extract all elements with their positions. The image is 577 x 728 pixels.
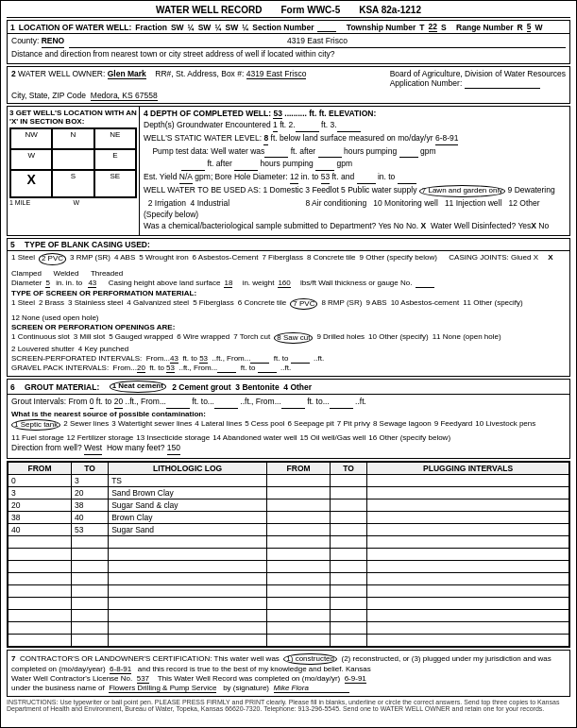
litho-cell-plug [367, 549, 569, 561]
grout-intervals-row: Grout Intervals: From 0 ft. to 20 ..ft.,… [11, 397, 566, 409]
circled-casing-pvc: 2 PVC [39, 253, 66, 264]
bore-to3 [398, 172, 416, 184]
cont-sewage: 8 Sewage lagoon [373, 419, 432, 431]
table-row [8, 536, 569, 549]
instructions: INSTRUCTIONS: Use typewriter or ball poi… [7, 699, 570, 712]
t-label: T [419, 23, 424, 32]
open-cont: 1 Continuous slot [11, 332, 70, 344]
litho-cell-to [72, 598, 109, 610]
table-row [8, 622, 569, 635]
litho-cell-log [109, 549, 267, 561]
section-7: 7 CONTRACTOR'S OR LANDOWNER'S CERTIFICAT… [7, 650, 570, 697]
litho-cell-pfrom [267, 561, 331, 573]
gw-row: Depth(s) Groundwater Encountered 1 ft. 2… [144, 120, 566, 132]
screen-steel: 1 Steel [11, 298, 35, 310]
casing-height: 18 [224, 279, 232, 288]
grout-to2 [214, 397, 238, 409]
r-num: 5 [527, 22, 532, 32]
intervals-row: SCREEN-PERFORATED INTERVALS: From...43 f… [11, 354, 566, 364]
litho-cell-log [109, 598, 267, 610]
litho-cell-to [72, 536, 109, 549]
litho-cell-plug [367, 512, 569, 524]
litho-cell-pfrom [267, 499, 331, 512]
litho-cell-log: TS [109, 475, 267, 487]
litho-cell-from [8, 573, 72, 585]
screen-asb: 10 Asbestos-cement [391, 298, 459, 310]
gravel-intervals-row: GRAVEL PACK INTERVALS: From...20 ft. to … [11, 364, 566, 373]
section-4: 4 DEPTH OF COMPLETED WELL: 53 ..........… [140, 107, 569, 236]
open-gauged: 5 Gauged wrapped [109, 332, 173, 344]
litho-cell-from: 20 [8, 499, 72, 512]
table-row [8, 635, 569, 647]
diag-ne: NE [94, 128, 136, 149]
contamination-header: What is the nearest source of possible c… [11, 410, 566, 418]
completed-date: 6-8-91 [110, 665, 131, 674]
section-diagram: NW N NE W E X S SE [9, 127, 137, 198]
header-form: Form WWC-5 [280, 5, 340, 15]
litho-cell-from [8, 585, 72, 598]
distance-row: Distance and direction from nearest town… [11, 49, 566, 60]
business: Flowers Drilling & Pump Service [109, 684, 216, 693]
litho-cell-pto [331, 622, 367, 635]
litho-cell-from: 3 [8, 487, 72, 499]
sw1: SW [171, 23, 184, 32]
board-label: Board of Agriculture, Division of Water … [390, 69, 566, 78]
section-5: 5 TYPE OF BLANK CASING USED: 1 Steel 2 P… [7, 238, 570, 377]
section-num-label: Section Number [252, 23, 314, 32]
litho-cell-from [8, 561, 72, 573]
grout-from: 0 [90, 397, 94, 409]
section-6-content: Grout Intervals: From 0 ft. to 20 ..ft.,… [8, 395, 569, 458]
page-header: WATER WELL RECORD Form WWC-5 KSA 82a-121… [7, 5, 570, 18]
litho-cell-log: Sugar Sand [109, 524, 267, 536]
diam-to: 43 [88, 279, 96, 288]
pump-row2: ft. after hours pumping gpm [144, 159, 566, 171]
litho-cell-pfrom [267, 536, 331, 549]
grout-to: 20 [114, 397, 123, 409]
est-yield-val: N/A [179, 172, 193, 184]
litho-cell-log [109, 561, 267, 573]
table-row [8, 585, 569, 598]
litho-cell-pto [331, 549, 367, 561]
litho-cell-log [109, 585, 267, 598]
diag-s: S [52, 170, 93, 197]
well-used-row2: 2 Irrigation 4 Industrial 8 Air conditio… [144, 198, 566, 221]
litho-cell-log [109, 536, 267, 549]
diag-center [52, 149, 93, 170]
q3: ¼ [242, 23, 248, 32]
section-3-label: 3 GET WELL'S LOCATION WITH AN 'X' IN SEC… [9, 109, 137, 126]
city-value: Medora, KS 67558 [91, 91, 158, 101]
casing-rmp: 3 RMP (SR) [70, 253, 110, 264]
sw2: SW [198, 23, 212, 32]
litho-cell-plug [367, 585, 569, 598]
litho-cell-from [8, 610, 72, 622]
section-4-header: 4 DEPTH OF COMPLETED WELL: 53 ..........… [144, 109, 566, 119]
litho-cell-pfrom [267, 585, 331, 598]
section-1-content: County: RENO 4319 East Frisco Distance a… [8, 34, 569, 63]
open-mill: 3 Mill slot [74, 332, 105, 344]
water-well-record-page: WATER WELL RECORD Form WWC-5 KSA 82a-121… [0, 0, 577, 728]
pump-row1: Pump test data: Well water was ft. after… [144, 146, 566, 159]
litho-cell-to: 38 [72, 499, 109, 512]
diag-n: N [52, 128, 93, 149]
pump-hours1 [318, 146, 342, 159]
screen-other: 11 Other (specify) [463, 298, 523, 310]
table-row [8, 573, 569, 585]
litho-cell-to [72, 549, 109, 561]
circled-screen-pvc: 7 PVC [290, 298, 317, 310]
gw-val: 1 [273, 120, 278, 132]
litho-cell-from [8, 622, 72, 635]
gw-val3 [337, 120, 361, 132]
cont-fuel: 11 Fuel storage [11, 433, 64, 442]
litho-cell-log [109, 610, 267, 622]
section-3: 3 GET WELL'S LOCATION WITH AN 'X' IN SEC… [8, 107, 140, 236]
screen-none: 12 None (used open hole) [11, 313, 99, 322]
signature: Mike Flora [274, 684, 349, 693]
litho-cell-to [72, 561, 109, 573]
litho-cell-pto [331, 635, 367, 647]
litho-cell-plug [367, 635, 569, 647]
section-2: 2 WATER WELL OWNER: Glen Mark RR#, St. A… [7, 66, 570, 104]
w-label: W [535, 23, 542, 32]
open-other: 10 Other (specify) [368, 332, 429, 344]
cont-other: 16 Other (specify below) [368, 433, 450, 442]
litho-cell-to [72, 610, 109, 622]
